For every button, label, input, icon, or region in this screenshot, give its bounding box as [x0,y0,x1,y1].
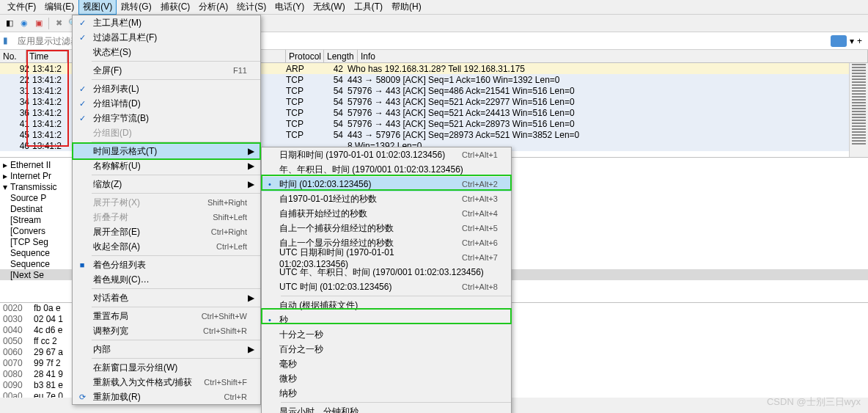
menu-item[interactable]: 对话着色▶ [73,290,260,305]
col-length[interactable]: Length [324,50,358,62]
view-menu-dropdown: ✓主工具栏(M)✓过滤器工具栏(F)状态栏(S)全屏(F)F11✓分组列表(L)… [72,15,261,405]
menu-item[interactable]: 在新窗口显示分组(W) [73,360,260,375]
menu-item[interactable]: 显示小时、分钟和秒 [262,404,511,413]
toolbar-btn[interactable]: ✖ [52,17,65,30]
menu-item[interactable]: 自动 (根据捕获文件) [262,298,511,313]
menu-item[interactable]: 十分之一秒 [262,327,511,342]
menu-item[interactable]: 文件(F) [3,0,40,15]
toolbar-btn[interactable]: ◧ [3,17,16,30]
time-format-submenu: 日期和时间 (1970-01-01 01:02:03.123456)Ctrl+A… [261,147,512,413]
toolbar-btn[interactable]: ◉ [18,17,31,30]
menu-item[interactable]: 纳秒 [262,386,511,401]
menu-item[interactable]: 统计(S) [232,0,271,15]
menu-item[interactable]: 分组图(D) [73,125,260,140]
menu-item[interactable]: 内部▶ [73,342,260,357]
filter-apply-button[interactable] [831,35,847,47]
filter-add-button[interactable]: + [854,36,865,46]
menu-item[interactable]: 日期和时间 (1970-01-01 01:02:03.123456)Ctrl+A… [262,147,511,162]
menu-item[interactable]: 帮助(H) [387,0,426,15]
menu-item[interactable]: 自捕获开始经过的秒数Ctrl+Alt+4 [262,206,511,221]
menu-item[interactable]: 状态栏(S) [73,45,260,59]
menu-item[interactable]: 电话(Y) [271,0,309,15]
menu-item[interactable]: 展开子树(X)Shift+Right [73,195,260,210]
menu-item[interactable]: 微秒 [262,371,511,386]
menu-item[interactable]: 百分之一秒 [262,342,511,357]
menu-item[interactable]: 收起全部(A)Ctrl+Left [73,239,260,254]
menu-item[interactable]: 着色规则(C)… [73,272,260,287]
menu-item[interactable]: 年、年积日、时间 (1970/001 01:02:03.123456) [262,162,511,177]
menu-item[interactable]: 名称解析(U)▶ [73,158,260,173]
toolbar-btn[interactable]: ▣ [32,17,45,30]
menu-item[interactable]: ■着色分组列表 [73,257,260,272]
menu-item[interactable]: ⟳重新加载(R)Ctrl+R [73,390,260,404]
menu-item[interactable]: 全屏(F)F11 [73,63,260,78]
packet-scrollbar[interactable] [849,63,868,157]
menu-item[interactable]: 缩放(Z)▶ [73,177,260,191]
menu-item[interactable]: UTC 年、年积日、时间 (1970/001 01:02:03.123456) [262,265,511,279]
menu-item[interactable]: UTC 时间 (01:02:03.123456)Ctrl+Alt+8 [262,279,511,294]
menu-item[interactable]: 自1970-01-01经过的秒数Ctrl+Alt+3 [262,191,511,206]
col-protocol[interactable]: Protocol [286,50,324,62]
menu-item[interactable]: 分析(A) [194,0,232,15]
menu-item[interactable]: 调整列宽Ctrl+Shift+R [73,324,260,338]
menu-item[interactable]: ✓过滤器工具栏(F) [73,30,260,45]
menu-item[interactable]: 跳转(G) [117,0,155,15]
menu-item[interactable]: ✓分组详情(D) [73,96,260,111]
menu-item[interactable]: 展开全部(E)Ctrl+Right [73,224,260,239]
menu-item[interactable]: ✓分组字节流(B) [73,111,260,125]
menu-item[interactable]: 编辑(E) [40,0,78,15]
watermark: CSDN @士别三日wyx [767,395,861,409]
menu-item[interactable]: 无线(W) [309,0,349,15]
menu-item[interactable]: 毫秒 [262,357,511,371]
menu-item[interactable]: •时间 (01:02:03.123456)Ctrl+Alt+2 [262,177,511,191]
col-no[interactable]: No. [0,50,26,62]
menu-item[interactable]: 捕获(C) [156,0,195,15]
menu-item[interactable]: 重新载入为文件格式/捕获Ctrl+Shift+F [73,375,260,390]
menu-item[interactable]: 工具(T) [350,0,387,15]
menu-item[interactable]: 自上一个捕获分组经过的秒数Ctrl+Alt+5 [262,221,511,235]
menu-item[interactable]: ✓分组列表(L) [73,81,260,96]
menu-item[interactable]: 时间显示格式(T)▶ [73,144,260,158]
menu-item[interactable]: 重置布局Ctrl+Shift+W [73,309,260,324]
col-time[interactable]: Time [26,50,67,62]
menu-item[interactable]: 视图(V) [78,0,117,15]
menubar: 文件(F)编辑(E)视图(V)跳转(G)捕获(C)分析(A)统计(S)电话(Y)… [0,0,868,15]
filter-icon[interactable]: ▮ [3,35,15,47]
menu-item[interactable]: ✓主工具栏(M) [73,15,260,30]
col-info[interactable]: Info [358,50,868,62]
menu-item[interactable]: •秒 [262,313,511,327]
menu-item[interactable]: UTC 日期和时间 (1970-01-01 01:02:03.123456)Ct… [262,250,511,265]
menu-item[interactable]: 折叠子树Shift+Left [73,210,260,224]
